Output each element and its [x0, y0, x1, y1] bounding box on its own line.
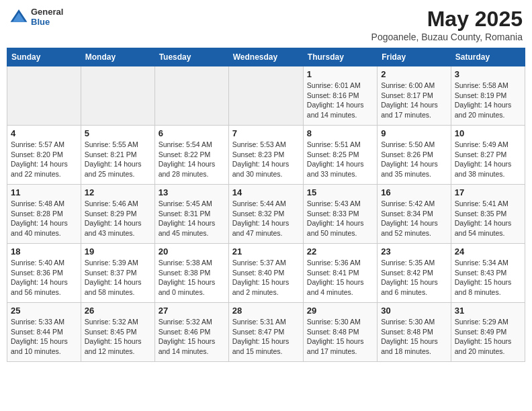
weekday-header-thursday: Thursday: [303, 48, 377, 66]
day-content: Sunrise: 5:33 AM Sunset: 8:44 PM Dayligh…: [11, 317, 77, 357]
calendar-cell: 20Sunrise: 5:38 AM Sunset: 8:38 PM Dayli…: [154, 244, 228, 303]
calendar-cell: 23Sunrise: 5:35 AM Sunset: 8:42 PM Dayli…: [378, 244, 451, 303]
logo-blue: Blue: [31, 17, 63, 27]
weekday-header-saturday: Saturday: [451, 48, 525, 66]
day-content: Sunrise: 5:43 AM Sunset: 8:33 PM Dayligh…: [307, 199, 373, 238]
day-number: 9: [381, 128, 447, 138]
day-content: Sunrise: 5:30 AM Sunset: 8:48 PM Dayligh…: [307, 317, 373, 357]
day-number: 25: [11, 306, 77, 316]
day-number: 7: [232, 128, 300, 138]
calendar-cell: [154, 66, 228, 126]
day-content: Sunrise: 5:34 AM Sunset: 8:43 PM Dayligh…: [455, 258, 521, 298]
day-number: 2: [381, 69, 447, 79]
location-subtitle: Pogoanele, Buzau County, Romania: [371, 32, 523, 42]
weekday-header-monday: Monday: [81, 48, 154, 66]
day-content: Sunrise: 5:49 AM Sunset: 8:27 PM Dayligh…: [455, 140, 521, 179]
day-number: 23: [381, 246, 447, 257]
week-row-5: 25Sunrise: 5:33 AM Sunset: 8:44 PM Dayli…: [7, 303, 525, 362]
calendar-cell: 3Sunrise: 5:58 AM Sunset: 8:19 PM Daylig…: [451, 66, 525, 126]
calendar-cell: 17Sunrise: 5:41 AM Sunset: 8:35 PM Dayli…: [451, 185, 525, 244]
calendar-cell: 1Sunrise: 6:01 AM Sunset: 8:16 PM Daylig…: [303, 66, 377, 126]
day-content: Sunrise: 6:00 AM Sunset: 8:17 PM Dayligh…: [381, 81, 447, 120]
calendar-cell: 4Sunrise: 5:57 AM Sunset: 8:20 PM Daylig…: [7, 126, 81, 185]
day-content: Sunrise: 5:54 AM Sunset: 8:22 PM Dayligh…: [159, 140, 225, 179]
day-number: 19: [85, 246, 151, 257]
day-number: 21: [232, 246, 300, 257]
day-content: Sunrise: 5:37 AM Sunset: 8:40 PM Dayligh…: [232, 258, 300, 298]
title-block: May 2025 Pogoanele, Buzau County, Romani…: [371, 7, 523, 42]
day-number: 28: [232, 306, 300, 316]
day-number: 3: [455, 69, 521, 79]
calendar-cell: 26Sunrise: 5:32 AM Sunset: 8:45 PM Dayli…: [81, 303, 154, 362]
day-content: Sunrise: 5:32 AM Sunset: 8:45 PM Dayligh…: [85, 317, 151, 357]
logo-general: General: [31, 7, 63, 17]
day-number: 24: [455, 246, 521, 257]
calendar-cell: 18Sunrise: 5:40 AM Sunset: 8:36 PM Dayli…: [7, 244, 81, 303]
calendar-cell: 13Sunrise: 5:45 AM Sunset: 8:31 PM Dayli…: [154, 185, 228, 244]
day-number: 16: [381, 187, 447, 197]
logo-icon: [9, 7, 28, 26]
calendar-cell: 24Sunrise: 5:34 AM Sunset: 8:43 PM Dayli…: [451, 244, 525, 303]
calendar-cell: 9Sunrise: 5:50 AM Sunset: 8:26 PM Daylig…: [378, 126, 451, 185]
calendar-cell: 11Sunrise: 5:48 AM Sunset: 8:28 PM Dayli…: [7, 185, 81, 244]
logo-text: General Blue: [31, 7, 63, 27]
day-content: Sunrise: 5:51 AM Sunset: 8:25 PM Dayligh…: [307, 140, 373, 179]
month-title: May 2025: [371, 7, 523, 32]
calendar-cell: 28Sunrise: 5:31 AM Sunset: 8:47 PM Dayli…: [228, 303, 303, 362]
calendar-table: SundayMondayTuesdayWednesdayThursdayFrid…: [7, 48, 525, 362]
day-content: Sunrise: 5:55 AM Sunset: 8:21 PM Dayligh…: [85, 140, 151, 179]
day-number: 26: [85, 306, 151, 316]
day-content: Sunrise: 5:36 AM Sunset: 8:41 PM Dayligh…: [307, 258, 373, 298]
day-content: Sunrise: 5:30 AM Sunset: 8:48 PM Dayligh…: [381, 317, 447, 357]
day-number: 20: [159, 246, 225, 257]
calendar-cell: 8Sunrise: 5:51 AM Sunset: 8:25 PM Daylig…: [303, 126, 377, 185]
day-number: 17: [455, 187, 521, 197]
calendar-cell: 14Sunrise: 5:44 AM Sunset: 8:32 PM Dayli…: [228, 185, 303, 244]
calendar-cell: 10Sunrise: 5:49 AM Sunset: 8:27 PM Dayli…: [451, 126, 525, 185]
day-number: 29: [307, 306, 373, 316]
day-content: Sunrise: 5:29 AM Sunset: 8:49 PM Dayligh…: [455, 317, 521, 357]
week-row-1: 1Sunrise: 6:01 AM Sunset: 8:16 PM Daylig…: [7, 66, 525, 126]
day-number: 11: [11, 187, 77, 197]
day-number: 6: [159, 128, 225, 138]
calendar-cell: 21Sunrise: 5:37 AM Sunset: 8:40 PM Dayli…: [228, 244, 303, 303]
calendar-cell: 29Sunrise: 5:30 AM Sunset: 8:48 PM Dayli…: [303, 303, 377, 362]
day-content: Sunrise: 5:41 AM Sunset: 8:35 PM Dayligh…: [455, 199, 521, 238]
logo: General Blue: [9, 7, 63, 27]
page-header: General Blue May 2025 Pogoanele, Buzau C…: [7, 7, 525, 42]
calendar-cell: [228, 66, 303, 126]
calendar-cell: 5Sunrise: 5:55 AM Sunset: 8:21 PM Daylig…: [81, 126, 154, 185]
week-row-3: 11Sunrise: 5:48 AM Sunset: 8:28 PM Dayli…: [7, 185, 525, 244]
day-number: 18: [11, 246, 77, 257]
calendar-cell: 22Sunrise: 5:36 AM Sunset: 8:41 PM Dayli…: [303, 244, 377, 303]
day-number: 10: [455, 128, 521, 138]
day-number: 4: [11, 128, 77, 138]
day-number: 12: [85, 187, 151, 197]
day-content: Sunrise: 5:38 AM Sunset: 8:38 PM Dayligh…: [159, 258, 225, 298]
calendar-cell: 12Sunrise: 5:46 AM Sunset: 8:29 PM Dayli…: [81, 185, 154, 244]
weekday-header-row: SundayMondayTuesdayWednesdayThursdayFrid…: [7, 48, 525, 66]
day-content: Sunrise: 5:31 AM Sunset: 8:47 PM Dayligh…: [232, 317, 300, 357]
day-number: 5: [85, 128, 151, 138]
calendar-cell: [7, 66, 81, 126]
calendar-cell: 19Sunrise: 5:39 AM Sunset: 8:37 PM Dayli…: [81, 244, 154, 303]
calendar-cell: 7Sunrise: 5:53 AM Sunset: 8:23 PM Daylig…: [228, 126, 303, 185]
calendar-cell: 31Sunrise: 5:29 AM Sunset: 8:49 PM Dayli…: [451, 303, 525, 362]
calendar-cell: [81, 66, 154, 126]
day-number: 22: [307, 246, 373, 257]
calendar-cell: 2Sunrise: 6:00 AM Sunset: 8:17 PM Daylig…: [378, 66, 451, 126]
weekday-header-tuesday: Tuesday: [154, 48, 228, 66]
day-number: 15: [307, 187, 373, 197]
calendar-cell: 30Sunrise: 5:30 AM Sunset: 8:48 PM Dayli…: [378, 303, 451, 362]
day-content: Sunrise: 5:40 AM Sunset: 8:36 PM Dayligh…: [11, 258, 77, 298]
calendar-cell: 15Sunrise: 5:43 AM Sunset: 8:33 PM Dayli…: [303, 185, 377, 244]
day-content: Sunrise: 5:50 AM Sunset: 8:26 PM Dayligh…: [381, 140, 447, 179]
week-row-4: 18Sunrise: 5:40 AM Sunset: 8:36 PM Dayli…: [7, 244, 525, 303]
week-row-2: 4Sunrise: 5:57 AM Sunset: 8:20 PM Daylig…: [7, 126, 525, 185]
day-content: Sunrise: 5:32 AM Sunset: 8:46 PM Dayligh…: [159, 317, 225, 357]
day-content: Sunrise: 5:35 AM Sunset: 8:42 PM Dayligh…: [381, 258, 447, 298]
day-content: Sunrise: 5:58 AM Sunset: 8:19 PM Dayligh…: [455, 81, 521, 120]
day-content: Sunrise: 5:48 AM Sunset: 8:28 PM Dayligh…: [11, 199, 77, 238]
weekday-header-wednesday: Wednesday: [228, 48, 303, 66]
day-number: 27: [159, 306, 225, 316]
